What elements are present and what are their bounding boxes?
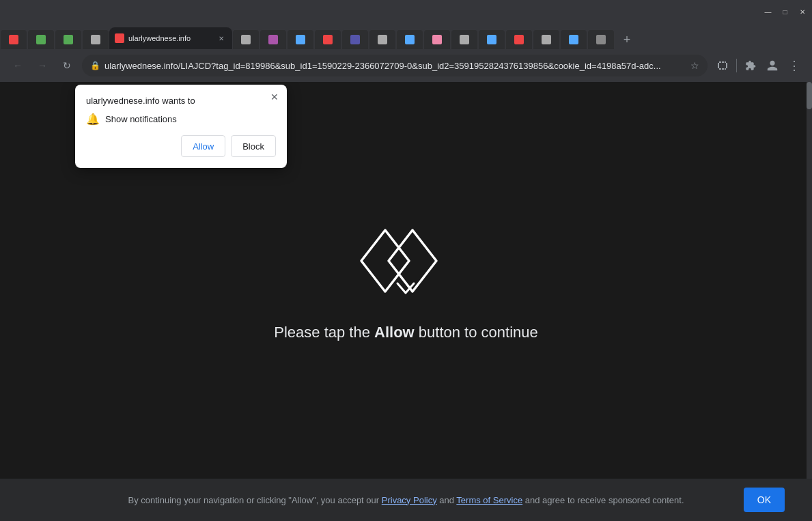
maximize-button[interactable]: □ — [781, 8, 789, 16]
new-tab-button[interactable]: + — [617, 30, 636, 49]
more-options-button[interactable]: ⋮ — [785, 56, 804, 75]
title-bar-controls: — □ ✕ — [764, 8, 807, 16]
active-tab[interactable]: ularlywednese.info ✕ — [109, 27, 232, 49]
bell-icon: 🔔 — [86, 113, 100, 126]
bottom-text-before: By continuing your navigation or clickin… — [128, 495, 381, 505]
scrollbar-thumb[interactable] — [807, 82, 812, 109]
tab-2[interactable] — [28, 30, 54, 49]
back-button[interactable]: ← — [8, 56, 27, 75]
terms-link[interactable]: Terms of Service — [456, 495, 522, 505]
tab-19[interactable] — [588, 30, 614, 49]
tab-15-favicon — [487, 35, 496, 44]
popup-close-button[interactable]: ✕ — [268, 90, 281, 104]
tab-9[interactable] — [315, 30, 341, 49]
tab-16-favicon — [514, 35, 524, 44]
tab-7-favicon — [268, 35, 278, 44]
popup-site-name: ularlywednese.info wants to — [86, 96, 276, 106]
tab-4[interactable] — [83, 30, 109, 49]
page-content: ✕ ularlywednese.info wants to 🔔 Show not… — [0, 82, 812, 479]
tab-7[interactable] — [260, 30, 286, 49]
forward-button[interactable]: → — [33, 56, 52, 75]
profile-button[interactable] — [763, 56, 782, 75]
popup-permission-row: 🔔 Show notifications — [86, 113, 276, 126]
browser-frame: — □ ✕ ularlywednese.info ✕ — [0, 0, 812, 521]
reload-button[interactable]: ↻ — [57, 56, 76, 75]
tab-6-favicon — [241, 35, 251, 44]
allow-button[interactable]: Allow — [181, 135, 225, 157]
ok-button[interactable]: OK — [744, 488, 785, 512]
bottom-bar: By continuing your navigation or clickin… — [0, 479, 812, 521]
tab-14[interactable] — [451, 30, 477, 49]
tab-13-favicon — [432, 35, 442, 44]
tab-17[interactable] — [533, 30, 559, 49]
tab-8-favicon — [296, 35, 305, 44]
tab-8[interactable] — [288, 30, 313, 49]
active-tab-label: ularlywednese.info — [128, 34, 209, 42]
tab-10[interactable] — [342, 30, 368, 49]
tab-18-favicon — [569, 35, 578, 44]
tab-10-favicon — [350, 35, 360, 44]
page-message: Please tap the Allow button to continue — [274, 324, 537, 341]
tab-18[interactable] — [561, 30, 587, 49]
bottom-bar-text: By continuing your navigation or clickin… — [128, 495, 684, 505]
tab-11-favicon — [378, 35, 387, 44]
message-bold: Allow — [374, 324, 415, 341]
tab-3[interactable] — [55, 30, 81, 49]
tab-15[interactable] — [479, 30, 505, 49]
tab-13[interactable] — [424, 30, 450, 49]
bookmark-star-icon[interactable]: ☆ — [690, 60, 699, 71]
tab-bar: ularlywednese.info ✕ — [0, 23, 812, 49]
popup-permission-text: Show notifications — [105, 114, 177, 124]
address-bar-row: ← → ↻ 🔒 ularlywednese.info/LIAJCD?tag_id… — [0, 49, 812, 82]
toolbar-icons: ⋮ — [713, 56, 804, 75]
site-logo — [348, 223, 464, 298]
notification-popup: ✕ ularlywednese.info wants to 🔔 Show not… — [75, 85, 287, 168]
scrollbar-track — [807, 82, 812, 479]
lock-icon: 🔒 — [90, 61, 100, 70]
tab-17-favicon — [542, 35, 551, 44]
address-bar[interactable]: 🔒 ularlywednese.info/LIAJCD?tag_id=81998… — [82, 55, 708, 76]
active-tab-favicon — [115, 33, 124, 43]
privacy-policy-link[interactable]: Privacy Policy — [382, 495, 437, 505]
toolbar-separator — [736, 59, 737, 72]
block-button[interactable]: Block — [231, 135, 276, 157]
puzzle-icon-button[interactable] — [741, 56, 760, 75]
tab-9-favicon — [323, 35, 333, 44]
url-text: ularlywednese.info/LIAJCD?tag_id=819986&… — [104, 61, 686, 71]
bottom-text-after: and agree to receive sponsored content. — [522, 495, 684, 505]
active-tab-close[interactable]: ✕ — [216, 33, 227, 44]
popup-buttons: Allow Block — [86, 135, 276, 157]
tab-4-favicon — [91, 35, 100, 44]
tab-12[interactable] — [397, 30, 423, 49]
logo-container — [344, 220, 467, 302]
tab-12-favicon — [405, 35, 415, 44]
close-button[interactable]: ✕ — [798, 8, 807, 16]
tab-1[interactable] — [1, 30, 27, 49]
extension-button[interactable] — [713, 56, 732, 75]
message-suffix: button to continue — [415, 324, 538, 341]
tab-19-favicon — [596, 35, 606, 44]
tab-11[interactable] — [369, 30, 395, 49]
title-bar: — □ ✕ — [0, 0, 812, 23]
bottom-text-middle: and — [437, 495, 457, 505]
minimize-button[interactable]: — — [764, 8, 772, 16]
tab-3-favicon — [64, 35, 73, 44]
message-prefix: Please tap the — [274, 324, 374, 341]
tab-2-favicon — [36, 35, 46, 44]
page-body: Please tap the Allow button to continue — [274, 220, 537, 341]
tab-16[interactable] — [506, 30, 532, 49]
tab-14-favicon — [460, 35, 469, 44]
tab-6[interactable] — [233, 30, 259, 49]
tab-1-favicon — [9, 35, 18, 44]
